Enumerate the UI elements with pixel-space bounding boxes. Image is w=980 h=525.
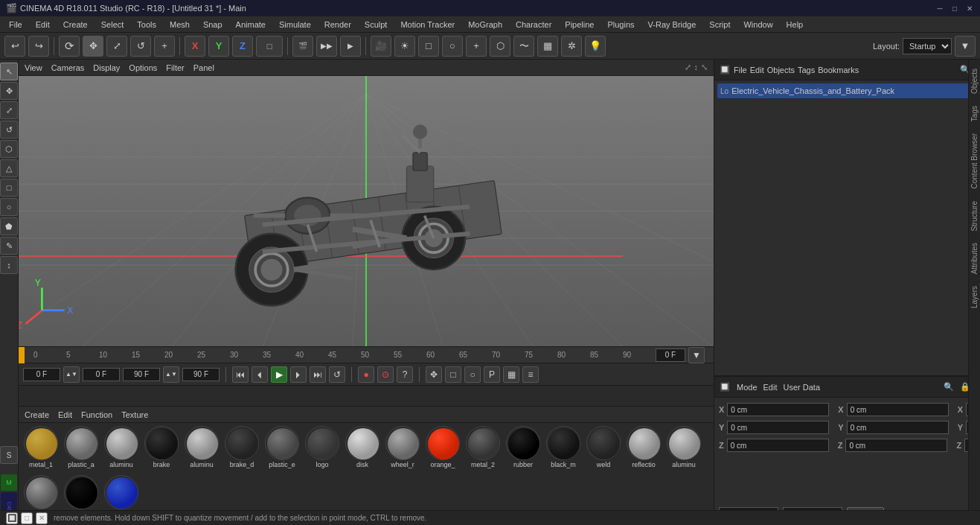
menu-item-help[interactable]: Help [781, 19, 810, 31]
material-item-15[interactable]: reflectio [624, 426, 663, 468]
material-item-13[interactable]: black_m [544, 426, 583, 468]
menu-item-mesh[interactable]: Mesh [164, 19, 196, 31]
record-button[interactable]: ● [358, 366, 374, 383]
material-item-0[interactable]: metal_1 [22, 426, 60, 468]
material-item-14[interactable]: weld [584, 426, 623, 468]
pointer-tool[interactable]: ↖ [0, 63, 18, 80]
redo-button[interactable]: ↪ [28, 36, 49, 57]
obj-menu-file[interactable]: File [734, 66, 747, 74]
play-button[interactable]: ▶ [271, 366, 287, 383]
step-forward-button[interactable]: ⏵ [290, 366, 307, 383]
scale-tool-button[interactable]: ⤢ [106, 36, 127, 57]
end-frame-input[interactable]: 90 F [123, 368, 160, 381]
start-frame-input[interactable]: 0 F [23, 368, 60, 381]
material-item-16[interactable]: aluminu [664, 426, 703, 468]
render-region-button[interactable]: 🎬 [292, 36, 313, 57]
attr-search-button[interactable]: 🔍 [941, 380, 956, 395]
menu-item-simulate[interactable]: Simulate [273, 19, 317, 31]
object-button[interactable]: ○ [442, 36, 463, 57]
current-frame-input-2[interactable]: 0 F [83, 368, 120, 381]
menu-item-render[interactable]: Render [318, 19, 357, 31]
particle-button[interactable]: ✲ [561, 36, 582, 57]
param-track-button[interactable]: P [484, 366, 500, 383]
preview-end-input[interactable]: 90 F [182, 368, 220, 381]
material-item-1[interactable]: plastic_a [62, 426, 100, 468]
select-tool-button[interactable]: ⟳ [59, 36, 80, 57]
menu-item-file[interactable]: File [3, 19, 28, 31]
scale-tool[interactable]: ⤢ [0, 101, 18, 119]
tab-layers[interactable]: Layers [969, 280, 980, 314]
material-item-8[interactable]: disk [343, 426, 382, 468]
tab-attributes[interactable]: Attributes [969, 237, 980, 280]
undo-button[interactable]: ↩ [4, 36, 25, 57]
snap-tool[interactable]: S [0, 446, 18, 464]
current-frame-input[interactable]: 0 F [656, 349, 685, 362]
display-button[interactable]: □ [418, 36, 439, 57]
menu-item-v-ray-bridge[interactable]: V-Ray Bridge [642, 19, 702, 31]
menu-item-animate[interactable]: Animate [230, 19, 272, 31]
close-button[interactable]: ✕ [965, 4, 974, 13]
layout-arrow-button[interactable]: ▼ [955, 36, 976, 57]
material-item-4[interactable]: aluminu [182, 426, 221, 468]
y-axis-button[interactable]: Y [208, 36, 229, 57]
edge-select-tool[interactable]: ⬟ [0, 217, 18, 235]
obj-menu-bookmarks[interactable]: Bookmarks [818, 66, 859, 74]
obj-menu-edit[interactable]: Edit [750, 66, 764, 74]
tab-objects[interactable]: Objects [969, 63, 980, 100]
menu-item-pipeline[interactable]: Pipeline [559, 19, 600, 31]
vp-menu-view[interactable]: View [25, 63, 42, 72]
move-tool-button[interactable]: ✥ [83, 36, 103, 57]
null-button[interactable]: + [466, 36, 487, 57]
tab-content-browser[interactable]: Content Browser [969, 127, 980, 194]
camera-button[interactable]: 🎥 [371, 36, 391, 57]
loop-button[interactable]: ↺ [329, 366, 345, 383]
live-select-tool[interactable]: ⬡ [0, 140, 18, 158]
rot-y-input[interactable]: 0° [847, 421, 949, 434]
frame-step-button[interactable]: ▼ [688, 347, 705, 363]
pos-z-input[interactable]: 0 cm [727, 439, 829, 452]
material-item-6[interactable]: plastic_e [263, 426, 301, 468]
pos-y-input[interactable]: 0 cm [727, 421, 829, 434]
worldspace-button[interactable]: □ [256, 36, 283, 57]
mat-menu-create[interactable]: Create [25, 410, 49, 419]
mat-menu-texture[interactable]: Texture [121, 410, 148, 419]
generator-button[interactable]: ▦ [537, 36, 558, 57]
vp-maximize-icon[interactable]: ⤡ [701, 63, 708, 72]
rotate-tool-button[interactable]: ↺ [130, 36, 151, 57]
vp-move-icon[interactable]: ⤢ [685, 63, 691, 72]
obj-menu-tags[interactable]: Tags [798, 66, 815, 74]
material-item-7[interactable]: logo [303, 426, 342, 468]
menu-item-select[interactable]: Select [95, 19, 130, 31]
scene-button[interactable]: 💡 [585, 36, 606, 57]
vp-menu-display[interactable]: Display [93, 63, 120, 72]
vp-menu-options[interactable]: Options [129, 63, 157, 72]
pos-track-button[interactable]: ✥ [426, 366, 442, 383]
z-axis-button[interactable]: Z [232, 36, 253, 57]
material-item-12[interactable]: rubber [504, 426, 542, 468]
forward-to-end-button[interactable]: ⏭ [310, 366, 326, 383]
status-icon-2[interactable]: □ [21, 512, 33, 524]
menu-item-plugins[interactable]: Plugins [601, 19, 640, 31]
material-item-11[interactable]: metal_2 [464, 426, 502, 468]
autokey-button[interactable]: ⊙ [377, 366, 394, 383]
vp-menu-panel[interactable]: Panel [193, 63, 214, 72]
status-icon-close[interactable]: ✕ [36, 512, 48, 524]
brush-tool[interactable]: ✎ [0, 237, 18, 255]
mat-menu-edit[interactable]: Edit [58, 410, 72, 419]
obj-menu-objects[interactable]: Objects [767, 66, 795, 74]
menu-item-sculpt[interactable]: Sculpt [359, 19, 394, 31]
rot-z-input[interactable]: 0° [845, 439, 947, 452]
scale-track-button[interactable]: □ [445, 366, 461, 383]
attr-menu-edit[interactable]: Edit [763, 383, 778, 392]
vp-menu-filter[interactable]: Filter [166, 63, 184, 72]
object-item[interactable]: Lo Electric_Vehicle_Chassis_and_Battery_… [717, 83, 980, 98]
menu-item-character[interactable]: Character [510, 19, 557, 31]
menu-item-snap[interactable]: Snap [197, 19, 228, 31]
rot-track-button[interactable]: ○ [464, 366, 481, 383]
end-frame-spinner[interactable]: ▲▼ [163, 366, 179, 383]
light-button[interactable]: ☀ [394, 36, 415, 57]
move-tool[interactable]: ✥ [0, 82, 18, 100]
3d-viewport[interactable]: Perspective Grid Spacing : 100 cm [19, 76, 714, 346]
pos-x-input[interactable]: 0 cm [727, 403, 829, 416]
poly-select-tool[interactable]: ○ [0, 198, 18, 216]
